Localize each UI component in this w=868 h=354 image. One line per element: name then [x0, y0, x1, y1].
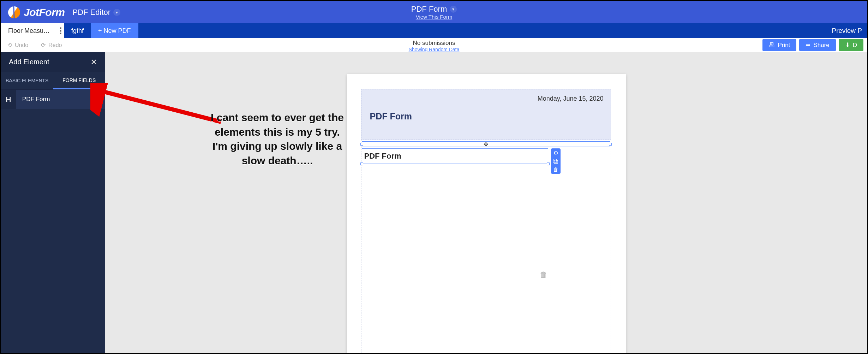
selected-text-element[interactable]: PDF Form: [362, 148, 548, 164]
close-icon[interactable]: ✕: [90, 57, 97, 67]
tab-fgfhf[interactable]: fgfhf: [64, 23, 91, 38]
redo-label: Redo: [48, 42, 62, 48]
tab-basic-elements[interactable]: BASIC ELEMENTS: [1, 72, 53, 89]
redo-button[interactable]: ⟳ Redo: [35, 42, 68, 48]
submissions-status: No submissions Showing Random Data: [409, 40, 460, 52]
random-data-link[interactable]: Showing Random Data: [409, 47, 460, 52]
pdf-header-block[interactable]: Monday, June 15, 2020 PDF Form: [361, 89, 611, 140]
document-title: PDF Form: [370, 111, 412, 122]
jotform-logo-icon: [7, 5, 21, 19]
panel-header: Add Element ✕: [1, 52, 105, 72]
resize-handle[interactable]: [360, 163, 363, 165]
no-submissions-text: No submissions: [409, 40, 460, 47]
preview-pdf-link[interactable]: Preview P: [832, 23, 862, 38]
delete-page-icon[interactable]: 🗑: [540, 270, 547, 279]
resize-handle[interactable]: [360, 143, 363, 146]
print-button[interactable]: 🖶 Print: [762, 39, 796, 51]
tab-label: Floor Measu…: [8, 27, 50, 35]
download-icon: ⬇: [845, 41, 850, 49]
form-title-block: PDF Form ▾ View This Form: [411, 5, 457, 20]
share-label: Share: [813, 42, 829, 49]
document-date: Monday, June 15, 2020: [538, 95, 604, 102]
undo-icon: ⟲: [7, 42, 12, 48]
editor-toolbar: ⟲ Undo ⟳ Redo No submissions Showing Ran…: [1, 38, 867, 52]
download-label: D: [853, 42, 857, 49]
resize-handle[interactable]: [547, 163, 550, 165]
app-mode-label[interactable]: PDF Editor ▾: [73, 8, 121, 17]
brand-logo[interactable]: JotForm: [8, 6, 65, 18]
canvas-area[interactable]: Monday, June 15, 2020 PDF Form ✥ PDF For…: [106, 53, 867, 353]
tab-options-button[interactable]: ⋮: [57, 23, 64, 38]
app-mode-text: PDF Editor: [73, 8, 111, 17]
pdf-tabs-bar: Floor Measu… ⋮ fgfhf + New PDF Preview P: [1, 23, 867, 38]
tab-form-fields[interactable]: FORM FIELDS: [53, 72, 106, 89]
chevron-down-icon[interactable]: ▾: [450, 6, 457, 13]
app-header: JotForm PDF Editor ▾ PDF Form ▾ View Thi…: [1, 1, 867, 23]
gear-icon[interactable]: ⚙: [553, 150, 558, 156]
undo-label: Undo: [15, 42, 28, 48]
new-pdf-button[interactable]: + New PDF: [91, 23, 138, 38]
add-element-panel: Add Element ✕ BASIC ELEMENTS FORM FIELDS…: [1, 52, 105, 353]
selected-text-content: PDF Form: [364, 152, 401, 161]
share-icon: ➦: [806, 41, 810, 49]
move-handle-icon[interactable]: ✥: [484, 141, 488, 148]
field-item-label: PDF Form: [16, 96, 50, 103]
view-form-link[interactable]: View This Form: [416, 14, 453, 20]
form-title: PDF Form: [411, 5, 447, 14]
pdf-page[interactable]: Monday, June 15, 2020 PDF Form ✥ PDF For…: [347, 74, 626, 354]
printer-icon: 🖶: [769, 42, 775, 49]
share-button[interactable]: ➦ Share: [799, 39, 836, 51]
duplicate-icon[interactable]: ⿻: [553, 158, 558, 164]
resize-handle[interactable]: [609, 143, 612, 146]
trash-icon[interactable]: 🗑: [553, 166, 558, 172]
preview-label: Preview P: [832, 27, 862, 35]
heading-icon: H: [1, 90, 16, 109]
download-button[interactable]: ⬇ D: [839, 39, 863, 51]
form-field-item[interactable]: H PDF Form: [1, 89, 105, 109]
new-pdf-label: + New PDF: [98, 27, 131, 35]
panel-title: Add Element: [9, 58, 49, 66]
toolbar-actions: 🖶 Print ➦ Share ⬇ D: [762, 39, 863, 51]
undo-button[interactable]: ⟲ Undo: [1, 42, 35, 48]
element-actions: ⚙ ⿻ 🗑: [551, 148, 561, 174]
tab-label: fgfhf: [71, 27, 84, 35]
tab-floor-measurement[interactable]: Floor Measu…: [1, 23, 57, 38]
panel-tabs: BASIC ELEMENTS FORM FIELDS: [1, 72, 105, 89]
brand-name: JotForm: [24, 6, 65, 18]
redo-icon: ⟳: [41, 42, 46, 48]
selection-outer[interactable]: ✥: [362, 141, 610, 147]
chevron-down-icon[interactable]: ▾: [113, 9, 120, 16]
print-label: Print: [778, 42, 790, 49]
